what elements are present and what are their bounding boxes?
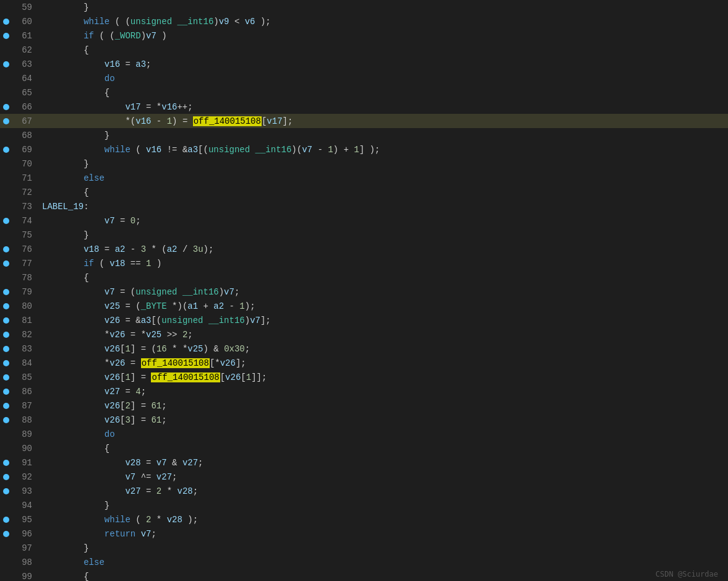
breakpoint-area[interactable]: [0, 157, 12, 171]
breakpoint-area[interactable]: [0, 185, 12, 199]
line-content: v7 = (unsigned __int16)v7;: [37, 287, 728, 297]
breakpoint-dot: [3, 531, 9, 537]
breakpoint-area[interactable]: [0, 413, 12, 427]
breakpoint-area[interactable]: [0, 28, 12, 43]
line-content: do: [37, 429, 728, 439]
breakpoint-area[interactable]: [0, 527, 12, 541]
line-content: {: [37, 273, 728, 283]
breakpoint-area[interactable]: [0, 171, 12, 185]
line-content: else: [37, 173, 728, 183]
line-content: v7 = 0;: [37, 216, 728, 226]
breakpoint-area[interactable]: [0, 142, 12, 157]
breakpoint-area[interactable]: [0, 14, 12, 28]
code-container: 59 }60 while ( (unsigned __int16)v9 < v6…: [0, 0, 728, 581]
breakpoint-area[interactable]: [0, 270, 12, 285]
breakpoint-area[interactable]: [0, 512, 12, 527]
code-line: 71 else: [0, 171, 728, 185]
code-line: 77 if ( v18 == 1 ): [0, 256, 728, 270]
breakpoint-dot: [3, 61, 9, 67]
breakpoint-area[interactable]: [0, 555, 12, 569]
line-content: do: [37, 74, 728, 84]
breakpoint-area[interactable]: [0, 398, 12, 413]
line-number: 98: [12, 557, 37, 567]
breakpoint-area[interactable]: [0, 100, 12, 114]
breakpoint-dot: [3, 332, 9, 338]
breakpoint-area[interactable]: [0, 256, 12, 270]
breakpoint-dot: [3, 403, 9, 409]
line-content: *v26 = off_140015108[*v26];: [37, 358, 728, 368]
line-number: 65: [12, 88, 37, 98]
breakpoint-area[interactable]: [0, 384, 12, 398]
line-number: 91: [12, 458, 37, 468]
code-line: 97 }: [0, 541, 728, 555]
breakpoint-area[interactable]: [0, 228, 12, 242]
line-content: else: [37, 557, 728, 567]
code-line: 80 v25 = (_BYTE *)(a1 + a2 - 1);: [0, 299, 728, 313]
breakpoint-area[interactable]: [0, 327, 12, 342]
breakpoint-area[interactable]: [0, 498, 12, 512]
code-line: 68 }: [0, 128, 728, 142]
breakpoint-dot: [3, 289, 9, 295]
code-line: 75 }: [0, 228, 728, 242]
breakpoint-area[interactable]: [0, 313, 12, 327]
line-number: 68: [12, 131, 37, 140]
code-line: 91 v28 = v7 & v27;: [0, 455, 728, 470]
breakpoint-area[interactable]: [0, 285, 12, 299]
breakpoint-dot: [3, 346, 9, 352]
breakpoint-area[interactable]: [0, 441, 12, 455]
breakpoint-area[interactable]: [0, 356, 12, 370]
line-number: 73: [12, 202, 37, 212]
code-line: 95 while ( 2 * v28 );: [0, 512, 728, 527]
breakpoint-area[interactable]: [0, 427, 12, 441]
line-number: 77: [12, 259, 37, 269]
code-line: 62 {: [0, 43, 728, 57]
line-number: 87: [12, 401, 37, 411]
code-line: 66 v17 = *v16++;: [0, 100, 728, 114]
line-number: 70: [12, 159, 37, 169]
code-line: 60 while ( (unsigned __int16)v9 < v6 );: [0, 14, 728, 28]
code-line: 67 *(v16 - 1) = off_140015108[v17];: [0, 114, 728, 128]
line-content: {: [37, 45, 728, 55]
line-content: v26 = &a3[(unsigned __int16)v7];: [37, 316, 728, 325]
line-number: 67: [12, 116, 37, 126]
code-line: 96 return v7;: [0, 527, 728, 541]
breakpoint-area[interactable]: [0, 71, 12, 85]
breakpoint-area[interactable]: [0, 455, 12, 470]
code-line: 82 *v26 = *v25 >> 2;: [0, 327, 728, 342]
line-content: v26[2] = 61;: [37, 401, 728, 411]
breakpoint-dot: [3, 33, 9, 39]
line-number: 76: [12, 244, 37, 254]
line-content: v25 = (_BYTE *)(a1 + a2 - 1);: [37, 301, 728, 311]
breakpoint-area[interactable]: [0, 470, 12, 484]
breakpoint-area[interactable]: [0, 299, 12, 313]
code-line: 70 }: [0, 157, 728, 171]
breakpoint-dot: [3, 19, 9, 25]
breakpoint-area[interactable]: [0, 128, 12, 142]
line-number: 71: [12, 173, 37, 183]
line-number: 97: [12, 543, 37, 553]
breakpoint-area[interactable]: [0, 569, 12, 581]
breakpoint-area[interactable]: [0, 114, 12, 128]
breakpoint-area[interactable]: [0, 342, 12, 356]
line-content: if ( v18 == 1 ): [37, 259, 728, 269]
code-line: 73LABEL_19:: [0, 199, 728, 213]
line-number: 84: [12, 358, 37, 368]
breakpoint-area[interactable]: [0, 85, 12, 100]
breakpoint-dot: [3, 246, 9, 252]
breakpoint-area[interactable]: [0, 0, 12, 14]
breakpoint-area[interactable]: [0, 57, 12, 71]
code-line: 85 v26[1] = off_140015108[v26[1]];: [0, 370, 728, 384]
line-number: 96: [12, 529, 37, 539]
breakpoint-area[interactable]: [0, 541, 12, 555]
line-number: 92: [12, 472, 37, 482]
breakpoint-area[interactable]: [0, 484, 12, 498]
code-line: 63 v16 = a3;: [0, 57, 728, 71]
breakpoint-dot: [3, 417, 9, 423]
breakpoint-area[interactable]: [0, 213, 12, 228]
breakpoint-area[interactable]: [0, 370, 12, 384]
breakpoint-area[interactable]: [0, 199, 12, 213]
line-content: if ( (_WORD)v7 ): [37, 31, 728, 41]
breakpoint-dot: [3, 374, 9, 381]
breakpoint-area[interactable]: [0, 242, 12, 256]
breakpoint-area[interactable]: [0, 43, 12, 57]
